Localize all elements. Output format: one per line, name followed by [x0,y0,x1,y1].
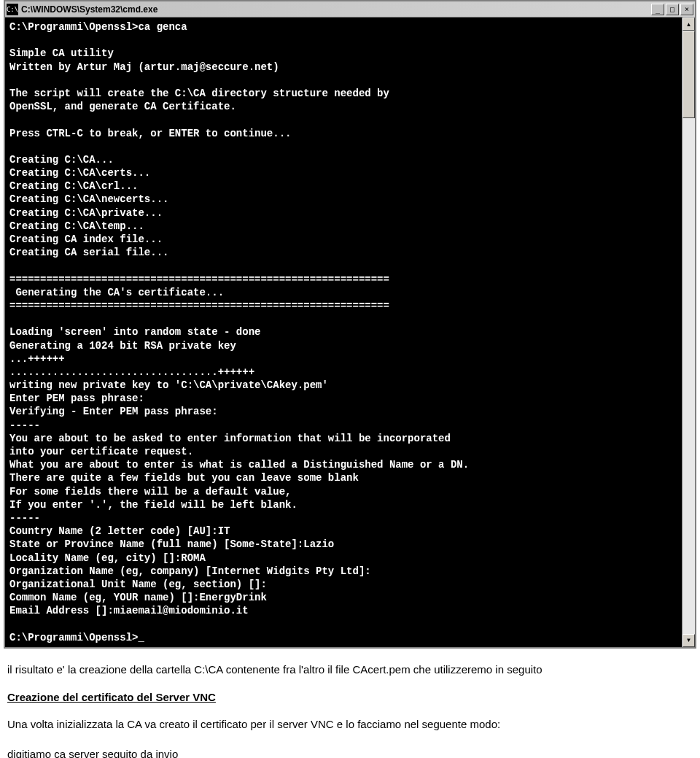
minimize-button[interactable]: _ [651,4,664,15]
terminal-line: Country Name (2 letter code) [AU]:IT [9,525,677,538]
terminal-line: Creating C:\CA\crl... [9,179,677,193]
terminal-line: Creating CA serial file... [9,246,677,259]
terminal-line: ..................................++++++ [9,366,677,379]
window-title: C:\WINDOWS\System32\cmd.exe [21,4,651,15]
window-controls: _ □ × [651,4,693,15]
terminal-line: Loading 'screen' into random state - don… [9,325,677,339]
terminal-line: writing new private key to 'C:\CA\privat… [9,379,677,392]
terminal-line: ========================================… [9,273,677,286]
maximize-button[interactable]: □ [666,4,679,15]
terminal-line: OpenSSL, and generate CA Certificate. [9,100,677,113]
terminal-line: Email Address []:miaemail@miodominio.it [9,604,677,617]
terminal-line: There are quite a few fields but you can… [9,471,677,484]
terminal-line: Generating the CA's certificate... [9,286,677,299]
terminal-line: Verifying - Enter PEM pass phrase: [9,405,677,418]
terminal-line [9,140,677,153]
cmd-icon: C:\ [7,4,18,15]
terminal-body: C:\Programmi\Openssl>ca genca Simple CA … [5,18,695,647]
document-text: il risultato e' la creazione della carte… [0,649,700,758]
terminal-line: ----- [9,419,677,432]
paragraph-command: digitiamo ca server seguito da invio [7,746,693,758]
title-bar: C:\ C:\WINDOWS\System32\cmd.exe _ □ × [5,1,695,18]
terminal-line: Locality Name (eg, city) []:ROMA [9,552,677,565]
terminal-line: Organizational Unit Name (eg, section) [… [9,578,677,591]
terminal-line: State or Province Name (full name) [Some… [9,538,677,551]
terminal-line: Creating C:\CA\temp... [9,220,677,233]
terminal-line: into your certificate request. [9,445,677,458]
terminal-line: ...++++++ [9,352,677,366]
heading-server-cert: Creazione del certificato del Server VNC [7,691,693,703]
terminal-line: C:\Programmi\Openssl>ca genca [9,20,677,34]
terminal-line: The script will create the C:\CA directo… [9,87,677,100]
terminal-content[interactable]: C:\Programmi\Openssl>ca genca Simple CA … [5,18,682,647]
terminal-line: You are about to be asked to enter infor… [9,432,677,445]
terminal-line [9,312,677,325]
terminal-line [9,617,677,630]
terminal-line [9,74,677,87]
scroll-thumb[interactable] [682,31,695,118]
close-button[interactable]: × [680,4,693,15]
terminal-line: For some fields there will be a default … [9,485,677,498]
scroll-up-button[interactable]: ▲ [682,18,695,31]
terminal-line: ========================================… [9,299,677,312]
terminal-line: Simple CA utility [9,47,677,60]
terminal-line: Creating C:\CA\newcerts... [9,193,677,206]
terminal-line: Organization Name (eg, company) [Interne… [9,565,677,578]
terminal-line: Creating C:\CA... [9,153,677,166]
cmd-window: C:\ C:\WINDOWS\System32\cmd.exe _ □ × C:… [4,0,696,649]
scrollbar: ▲ ▼ [682,18,695,647]
terminal-line [9,34,677,47]
terminal-line: Generating a 1024 bit RSA private key [9,339,677,352]
terminal-line: Creating C:\CA\certs... [9,166,677,179]
scroll-down-button[interactable]: ▼ [682,634,695,647]
terminal-line: Creating CA index file... [9,233,677,246]
terminal-line: Press CTRL-C to break, or ENTER to conti… [9,127,677,140]
terminal-line: Common Name (eg, YOUR name) []:EnergyDri… [9,591,677,604]
scroll-track[interactable] [682,31,695,634]
terminal-line: ----- [9,511,677,525]
terminal-line [9,259,677,272]
terminal-line [9,113,677,126]
terminal-line: What you are about to enter is what is c… [9,458,677,471]
paragraph-result: il risultato e' la creazione della carte… [7,662,693,678]
paragraph-init: Una volta inizializzata la CA va creato … [7,716,693,733]
terminal-line: C:\Programmi\Openssl>_ [9,631,677,644]
terminal-line: Written by Artur Maj (artur.maj@seccure.… [9,61,677,74]
terminal-line: Enter PEM pass phrase: [9,392,677,405]
terminal-line: If you enter '.', the field will be left… [9,498,677,511]
terminal-line: Creating C:\CA\private... [9,206,677,220]
